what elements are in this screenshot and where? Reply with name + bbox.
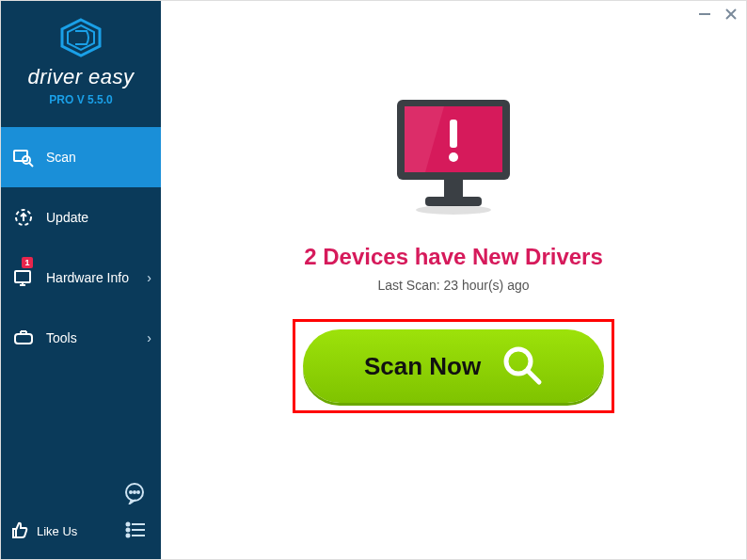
svg-point-19 xyxy=(127,523,130,526)
logo-icon xyxy=(58,18,103,61)
scan-now-label: Scan Now xyxy=(364,352,481,381)
tools-icon xyxy=(12,327,35,349)
sidebar-item-label: Hardware Info xyxy=(46,270,129,285)
sidebar-item-label: Update xyxy=(46,210,88,225)
svg-point-17 xyxy=(134,491,135,493)
svg-line-7 xyxy=(29,163,33,167)
sidebar-bottom: Like Us xyxy=(1,474,161,559)
close-button[interactable] xyxy=(723,6,739,23)
brand-version: PRO V 5.5.0 xyxy=(1,93,161,106)
sidebar-item-label: Scan xyxy=(46,150,76,165)
chevron-right-icon: › xyxy=(147,270,151,285)
like-us-button[interactable]: Like Us xyxy=(10,520,77,542)
scan-highlight-box: Scan Now xyxy=(293,319,614,413)
hardware-badge: 1 xyxy=(22,257,33,268)
scan-icon xyxy=(12,146,35,168)
magnifier-icon xyxy=(501,344,543,389)
status-text: 2 Devices have New Drivers xyxy=(304,244,603,270)
thumb-up-icon xyxy=(10,520,29,542)
minimize-button[interactable] xyxy=(696,6,713,23)
update-icon xyxy=(12,206,35,229)
svg-marker-4 xyxy=(68,25,94,50)
svg-point-29 xyxy=(449,152,458,162)
svg-point-18 xyxy=(137,491,139,493)
sidebar: driver easy PRO V 5.5.0 Scan xyxy=(1,1,161,559)
sidebar-item-update[interactable]: Update xyxy=(1,187,161,248)
menu-icon[interactable] xyxy=(125,521,146,542)
svg-point-21 xyxy=(127,529,130,532)
logo-block: driver easy PRO V 5.5.0 xyxy=(1,1,161,116)
hardware-icon xyxy=(12,266,35,289)
svg-rect-12 xyxy=(15,334,32,344)
app-window: driver easy PRO V 5.5.0 Scan xyxy=(0,0,747,560)
sidebar-item-label: Tools xyxy=(46,330,77,345)
sidebar-item-hardware-info[interactable]: 1 Hardware Info › xyxy=(1,248,161,308)
main-content: 2 Devices have New Drivers Last Scan: 23… xyxy=(161,1,746,559)
svg-line-34 xyxy=(528,371,539,382)
window-controls xyxy=(696,6,739,23)
svg-rect-28 xyxy=(450,120,457,148)
svg-point-16 xyxy=(130,491,132,493)
nav: Scan Update xyxy=(1,127,161,368)
svg-rect-31 xyxy=(425,197,482,206)
brand-name: driver easy xyxy=(1,65,161,89)
svg-rect-30 xyxy=(444,180,463,197)
last-scan-text: Last Scan: 23 hour(s) ago xyxy=(377,278,529,293)
feedback-icon[interactable] xyxy=(123,482,146,508)
svg-point-23 xyxy=(127,535,130,537)
monitor-alert-icon xyxy=(383,95,524,221)
like-us-label: Like Us xyxy=(37,524,77,538)
svg-rect-9 xyxy=(15,271,30,282)
svg-point-32 xyxy=(416,205,491,215)
sidebar-item-tools[interactable]: Tools › xyxy=(1,308,161,368)
scan-now-button[interactable]: Scan Now xyxy=(303,329,604,403)
chevron-right-icon: › xyxy=(147,330,151,345)
sidebar-item-scan[interactable]: Scan xyxy=(1,127,161,187)
